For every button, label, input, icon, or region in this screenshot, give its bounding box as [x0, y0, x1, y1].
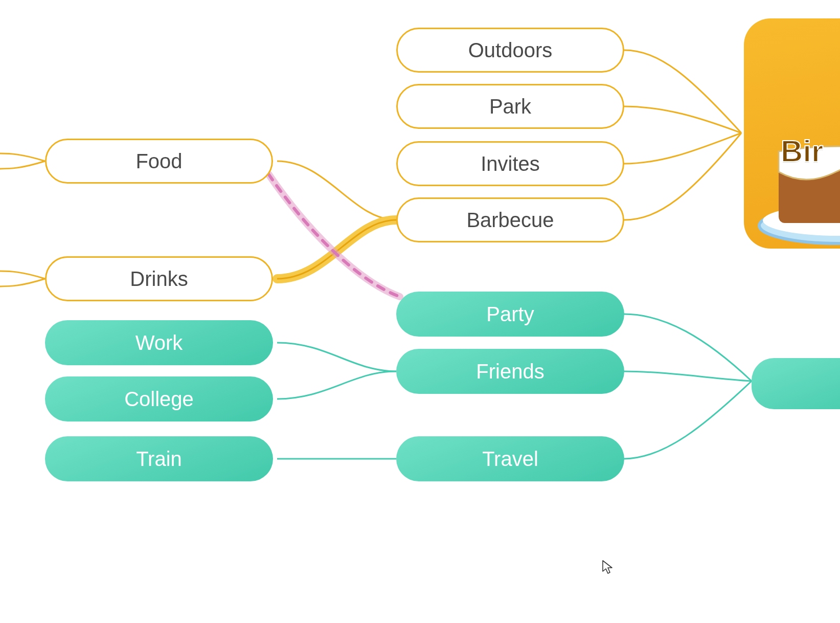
root-title: Bir — [781, 134, 823, 169]
node-food[interactable]: Food — [45, 139, 273, 184]
node-college[interactable]: College — [45, 376, 273, 421]
node-label: Drinks — [130, 269, 188, 289]
node-label: Park — [489, 96, 531, 117]
node-label: Barbecue — [466, 210, 554, 230]
mindmap-canvas[interactable]: Food Drinks Outdoors Park Invites Barbec… — [0, 0, 840, 623]
node-train[interactable]: Train — [45, 436, 273, 481]
node-label: Outdoors — [468, 40, 553, 60]
teal-root[interactable] — [752, 358, 840, 409]
node-label: Train — [136, 449, 182, 469]
node-label: Work — [135, 332, 183, 353]
root-card[interactable]: Bir — [744, 18, 840, 249]
node-outdoors[interactable]: Outdoors — [396, 28, 624, 73]
node-invites[interactable]: Invites — [396, 141, 624, 186]
node-label: Party — [486, 304, 534, 324]
node-label: Invites — [481, 153, 540, 174]
cursor-icon — [602, 560, 613, 574]
node-label: Food — [135, 151, 182, 171]
node-barbecue[interactable]: Barbecue — [396, 197, 624, 242]
node-label: Travel — [482, 449, 538, 469]
node-drinks[interactable]: Drinks — [45, 256, 273, 301]
node-park[interactable]: Park — [396, 84, 624, 129]
node-travel[interactable]: Travel — [396, 436, 624, 481]
node-friends[interactable]: Friends — [396, 349, 624, 394]
node-label: College — [124, 389, 194, 409]
node-party[interactable]: Party — [396, 292, 624, 337]
node-work[interactable]: Work — [45, 320, 273, 365]
node-label: Friends — [476, 361, 544, 382]
